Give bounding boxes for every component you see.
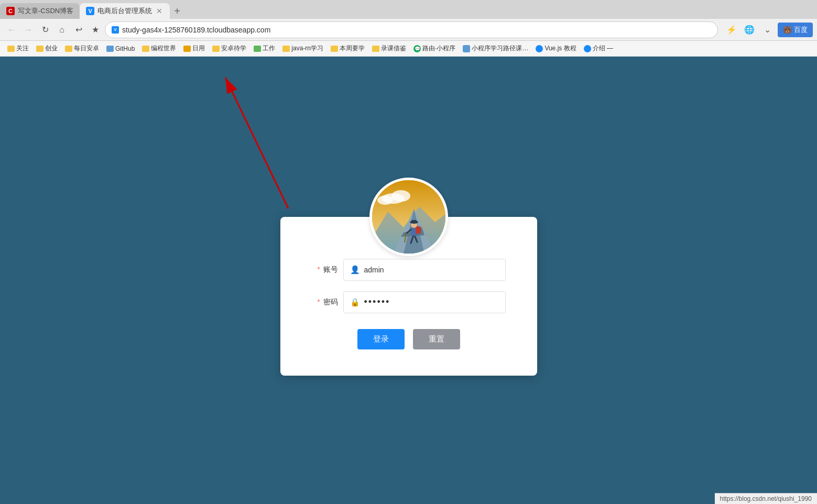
folder-icon (142, 46, 149, 52)
bookmark-label: 创业 (45, 44, 58, 53)
home-button[interactable]: ⌂ (55, 23, 69, 37)
csdn-tab-icon: C (6, 7, 15, 15)
login-card: * 账号 👤 admin * 密码 🔒 •••••• 登录 重置 (280, 217, 537, 376)
bookmark-label: 日用 (192, 44, 205, 53)
username-value: admin (364, 266, 384, 274)
globe-icon (536, 45, 543, 52)
baidu-label: 百度 (794, 25, 808, 35)
bookmark-label: GitHub (115, 45, 135, 52)
password-label: * 密码 (312, 298, 338, 307)
bookmark-course[interactable]: 录课借鉴 (369, 42, 409, 54)
bookmark-label: 本周要学 (340, 44, 365, 53)
username-label: * 账号 (312, 265, 338, 275)
baidu-button[interactable]: 🐻 百度 (778, 23, 813, 37)
folder-icon (7, 46, 15, 52)
folder-icon (254, 46, 261, 52)
forward-button[interactable]: → (21, 23, 36, 37)
history-button[interactable]: ↩ (71, 23, 86, 37)
refresh-button[interactable]: ↻ (38, 23, 52, 37)
bookmark-label: Vue.js 教程 (544, 44, 576, 53)
bookmark-label: 关注 (16, 44, 29, 53)
folder-icon (331, 46, 338, 52)
svg-point-6 (377, 195, 393, 205)
tab-csdn[interactable]: C 写文章-CSDN博客 (0, 3, 80, 19)
address-text: study-gas4x-1258760189.tcloudbaseapp.com (122, 26, 711, 34)
bookmark-label: 编程世界 (151, 44, 176, 53)
bookmark-android2[interactable]: 安卓待学 (209, 42, 249, 54)
avatar (372, 180, 445, 254)
cloud-icon (463, 45, 470, 52)
username-form-group: * 账号 👤 admin (312, 259, 506, 281)
svg-line-1 (225, 78, 288, 209)
red-arrow-annotation (183, 67, 393, 224)
baidu-bear-icon: 🐻 (783, 26, 792, 34)
required-star-pwd: * (317, 298, 320, 306)
bookmark-chuangye[interactable]: 创业 (33, 42, 61, 54)
bookmark-java[interactable]: java-rn学习 (279, 42, 326, 54)
bookmark-label: 路由·小程序 (422, 44, 455, 53)
lightning-button[interactable]: ⚡ (724, 23, 739, 37)
bookmark-week[interactable]: 本周要学 (328, 42, 368, 54)
close-tab-icon[interactable]: ✕ (155, 7, 164, 15)
status-bar: https://blog.csdn.net/qiushi_1990 (715, 493, 817, 504)
bookmark-guanzhu[interactable]: 关注 (4, 42, 32, 54)
bookmark-github[interactable]: GitHub (103, 43, 138, 54)
password-form-group: * 密码 🔒 •••••• (312, 291, 506, 313)
svg-rect-19 (411, 220, 417, 223)
required-star: * (317, 265, 320, 273)
login-button[interactable]: 登录 (357, 329, 405, 349)
folder-icon (65, 46, 72, 52)
back-button[interactable]: ← (4, 23, 19, 37)
translate-button[interactable]: 🌐 (742, 23, 757, 37)
bookmark-label: 安卓待学 (221, 44, 246, 53)
nav-right: ⚡ 🌐 ⌄ 🐻 百度 (724, 23, 813, 37)
svg-rect-14 (416, 226, 421, 234)
star-button[interactable]: ★ (88, 23, 103, 37)
button-row: 登录 重置 (312, 329, 506, 349)
bookmark-programming[interactable]: 编程世界 (139, 42, 179, 54)
chevron-down-button[interactable]: ⌄ (760, 23, 775, 37)
new-tab-button[interactable]: + (170, 3, 184, 19)
folder-icon (36, 46, 43, 52)
bookmark-label: 工作 (263, 44, 275, 53)
bookmark-work[interactable]: 工作 (250, 42, 278, 54)
reset-button[interactable]: 重置 (413, 329, 460, 349)
lock-icon: 🔒 (350, 298, 360, 307)
bookmark-label: java-rn学习 (291, 44, 323, 53)
csdn-tab-label: 写文章-CSDN博客 (18, 6, 73, 16)
bookmarks-bar: 关注 创业 每日安卓 GitHub 编程世界 日用 安卓待学 工作 (0, 41, 817, 57)
bookmark-label: 每日安卓 (74, 44, 99, 53)
bookmark-label: 小程序学习路径课… (472, 44, 528, 53)
vant-tab-icon: V (86, 7, 94, 15)
tab-bar: C 写文章-CSDN博客 V 电商后台管理系统 ✕ + (0, 0, 817, 19)
bookmark-vuejs[interactable]: Vue.js 教程 (532, 42, 579, 54)
globe-icon (584, 45, 591, 52)
browser-chrome: C 写文章-CSDN博客 V 电商后台管理系统 ✕ + ← → ↻ ⌂ ↩ ★ … (0, 0, 817, 57)
bookmark-miniprogram[interactable]: 小程序学习路径课… (460, 42, 531, 54)
bookmark-label: 录课借鉴 (381, 44, 406, 53)
admin-tab-label: 电商后台管理系统 (97, 6, 152, 16)
nav-bar: ← → ↻ ⌂ ↩ ★ V study-gas4x-1258760189.tcl… (0, 19, 817, 41)
password-input[interactable]: 🔒 •••••• (343, 291, 506, 313)
bookmark-wechat[interactable]: 💬 路由·小程序 (410, 42, 459, 54)
avatar-container (369, 178, 448, 256)
address-bar-vant-icon: V (112, 26, 119, 34)
user-icon: 👤 (350, 265, 360, 275)
username-input[interactable]: 👤 admin (343, 259, 506, 281)
tab-admin[interactable]: V 电商后台管理系统 ✕ (80, 3, 170, 19)
main-content: * 账号 👤 admin * 密码 🔒 •••••• 登录 重置 (0, 57, 817, 504)
folder-icon (183, 46, 191, 52)
bookmark-daily[interactable]: 日用 (180, 42, 208, 54)
bookmark-label: 介绍 — (593, 44, 613, 53)
wechat-icon: 💬 (413, 45, 421, 52)
password-dots: •••••• (364, 297, 390, 308)
bookmark-android[interactable]: 每日安卓 (62, 42, 102, 54)
folder-icon (282, 46, 290, 52)
folder-icon (212, 46, 220, 52)
status-url: https://blog.csdn.net/qiushi_1990 (720, 495, 812, 502)
address-bar-wrapper[interactable]: V study-gas4x-1258760189.tcloudbaseapp.c… (105, 21, 718, 38)
svg-point-5 (391, 190, 410, 202)
folder-icon (372, 46, 379, 52)
bookmark-intro[interactable]: 介绍 — (581, 42, 616, 54)
folder-icon (106, 46, 114, 52)
